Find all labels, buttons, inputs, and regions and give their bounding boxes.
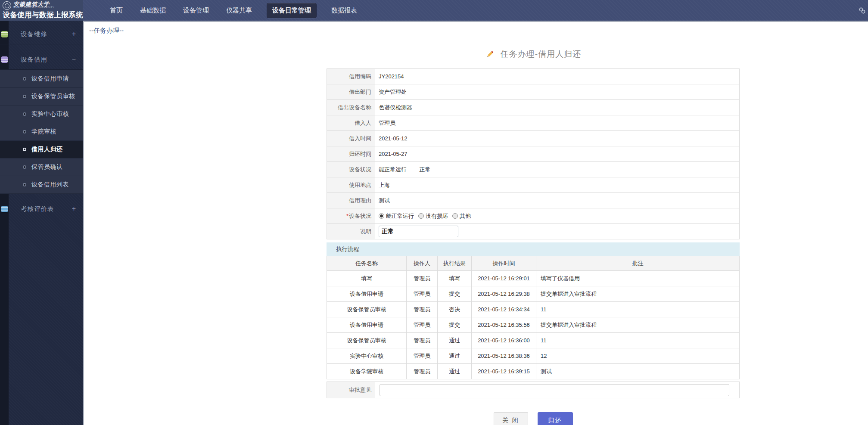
task-panel: 任务办理-借用人归还 借用编码JY202154 借出部门资产管理处 借出设备名称…: [327, 49, 740, 425]
nav-item-basic-data[interactable]: 基础数据: [137, 3, 168, 18]
table-row: 借入时间2021-05-12: [327, 131, 740, 146]
university-seal-icon: [3, 1, 11, 10]
sidebar: 设备维修 + 设备借用 − 设备借用申请 设备保管员审核 实验中心审核 学院审核…: [0, 21, 83, 425]
table-row: 借用理由测试: [327, 193, 740, 208]
bullet-icon: [23, 183, 26, 186]
table-row: 借出设备名称色谱仪检测器: [327, 100, 740, 115]
sidebar-sub-list: 设备借用申请 设备保管员审核 实验中心审核 学院审核 借用人归还 保管员确认 设…: [0, 70, 83, 194]
list-icon: [1, 31, 8, 37]
radio-option-normal[interactable]: 能正常运行: [379, 212, 414, 220]
sidebar-group-label: 设备借用: [21, 56, 47, 64]
front-site-link[interactable]: 前: [859, 0, 868, 21]
table-row: 设备借用申请管理员提交2021-05-12 16:29:38提交单据进入审批流程: [327, 286, 740, 302]
table-row: 借入人管理员: [327, 115, 740, 131]
note-input[interactable]: [379, 226, 458, 237]
content-area: --任务办理-- 任务办理-借用人归还 借用编码JY202154 借出部门资产管…: [83, 21, 868, 425]
breadcrumb: --任务办理--: [84, 22, 868, 39]
required-asterisk: *: [346, 213, 348, 219]
table-row: 实验中心审核管理员通过2021-05-12 16:38:3612: [327, 348, 740, 364]
collapse-icon[interactable]: −: [72, 56, 76, 63]
flow-section-header: 执行流程: [327, 242, 740, 256]
nav-item-instrument-sharing[interactable]: 仪器共享: [224, 3, 255, 18]
sidebar-item-labcenter-review[interactable]: 实验中心审核: [0, 105, 83, 123]
table-row: 设备借用申请管理员提交2021-05-12 16:35:56提交单据进入审批流程: [327, 317, 740, 333]
sidebar-group-equipment-repair[interactable]: 设备维修 +: [0, 24, 83, 44]
bullet-icon: [23, 165, 26, 169]
sidebar-group-label: 设备维修: [21, 30, 47, 38]
pencil-icon: [485, 50, 495, 59]
sidebar-group-label: 考核评价表: [21, 205, 54, 213]
radio-checked-icon[interactable]: [379, 213, 384, 219]
sidebar-item-custodian-confirm[interactable]: 保管员确认: [0, 158, 83, 176]
system-title: 设备使用与数据上报系统: [3, 10, 81, 20]
sidebar-group-evaluation[interactable]: 考核评价表 +: [0, 199, 83, 219]
nav-item-daily-mgmt[interactable]: 设备日常管理: [267, 3, 317, 18]
nav-item-equipment-mgmt[interactable]: 设备管理: [180, 3, 212, 18]
table-row: 设备保管员审核管理员否决2021-05-12 16:34:3411: [327, 302, 740, 317]
table-row: 设备学院审核管理员通过2021-05-12 16:39:15测试: [327, 364, 740, 379]
radio-unchecked-icon[interactable]: [418, 213, 424, 219]
table-row: 借用编码JY202154: [327, 69, 740, 84]
expand-icon[interactable]: +: [72, 205, 76, 213]
table-row: 设备保管员审核管理员通过2021-05-12 16:36:0011: [327, 333, 740, 348]
list-icon: [1, 206, 8, 212]
flow-table: 任务名称 操作人 执行结果 操作时间 批注 填写管理员填写2021-05-12 …: [327, 256, 740, 379]
equipment-condition-row: *设备状况 能正常运行 没有损坏 其他: [327, 208, 740, 224]
bullet-icon: [23, 130, 26, 133]
sidebar-item-custodian-review[interactable]: 设备保管员审核: [0, 88, 83, 105]
action-buttons: 关 闭 归还: [327, 412, 740, 425]
sidebar-group-equipment-borrow[interactable]: 设备借用 −: [0, 50, 83, 70]
table-row: 借出部门资产管理处: [327, 84, 740, 100]
bullet-icon: [23, 77, 26, 81]
list-icon: [1, 56, 8, 63]
page-title-text: 任务办理-借用人归还: [501, 49, 581, 60]
bullet-icon: [23, 148, 26, 151]
approval-row: 审批意见: [327, 382, 740, 398]
app-logo: 安徽建筑大学 ANHUI JIANZHU UNIVERSITY 设备使用与数据上…: [0, 0, 83, 21]
sidebar-item-borrow-apply[interactable]: 设备借用申请: [0, 70, 83, 88]
borrow-detail-form: 借用编码JY202154 借出部门资产管理处 借出设备名称色谱仪检测器 借入人管…: [327, 68, 740, 239]
bullet-icon: [23, 95, 26, 98]
bullet-icon: [23, 112, 26, 116]
nav-item-home[interactable]: 首页: [107, 3, 125, 18]
sidebar-item-college-review[interactable]: 学院审核: [0, 123, 83, 141]
approval-opinion-input[interactable]: [380, 384, 729, 396]
sidebar-item-borrow-list[interactable]: 设备借用列表: [0, 176, 83, 194]
chain-link-icon: [859, 7, 866, 14]
expand-icon[interactable]: +: [72, 30, 76, 38]
flow-header-row: 任务名称 操作人 执行结果 操作时间 批注: [327, 256, 740, 271]
radio-unchecked-icon[interactable]: [452, 213, 458, 219]
top-navbar: 安徽建筑大学 ANHUI JIANZHU UNIVERSITY 设备使用与数据上…: [0, 0, 868, 21]
table-row: 归还时间2021-05-27: [327, 146, 740, 162]
return-button[interactable]: 归还: [538, 412, 573, 425]
table-row: 设备状况能正常运行 正常: [327, 162, 740, 177]
table-row: 填写管理员填写2021-05-12 16:29:01填写了仪器借用: [327, 271, 740, 286]
radio-option-undamaged[interactable]: 没有损坏: [418, 212, 448, 220]
condition-radio-group: 能正常运行 没有损坏 其他: [379, 212, 739, 220]
page-title: 任务办理-借用人归还: [327, 49, 740, 60]
radio-option-other[interactable]: 其他: [452, 212, 471, 220]
close-button[interactable]: 关 闭: [494, 412, 528, 425]
table-row: 使用地点上海: [327, 177, 740, 193]
main-menu: 首页 基础数据 设备管理 仪器共享 设备日常管理 数据报表: [107, 0, 360, 21]
nav-item-data-report[interactable]: 数据报表: [329, 3, 360, 18]
university-name-en: ANHUI JIANZHU UNIVERSITY: [13, 6, 54, 9]
note-row: 说明: [327, 224, 740, 239]
sidebar-item-borrower-return[interactable]: 借用人归还: [0, 141, 83, 158]
